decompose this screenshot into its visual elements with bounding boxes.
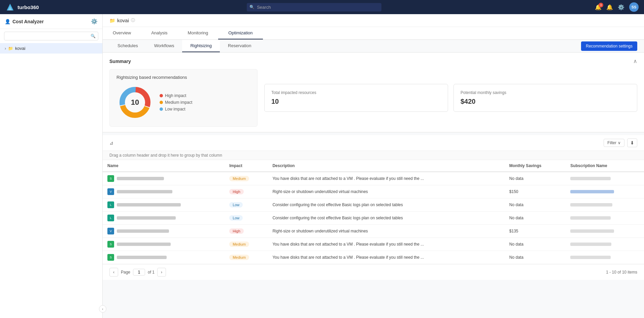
brand-name: turbo360 [18,4,39,10]
notifications-button[interactable]: 🔔 3 [595,4,602,10]
col-name[interactable]: Name [103,160,225,172]
chart-card-inner: Rightsizing based recommendations [116,75,192,121]
primary-tabs: Overview Analysis Monitoring Optimizatio… [103,27,644,40]
table-row: S Medium You have disks that are not att… [103,172,644,185]
tab-reservation[interactable]: Reservation [220,40,259,52]
subscription-bar-2 [570,203,612,206]
subscription-bar-6 [570,256,611,259]
tab-schedules[interactable]: Schedules [109,40,146,52]
tab-monitoring[interactable]: Monitoring [178,27,218,39]
name-bar-0 [117,177,164,180]
subscription-bar-5 [570,243,611,246]
col-impact[interactable]: Impact [225,160,268,172]
sidebar-search-container: 🔍 [4,32,98,40]
search-input[interactable] [247,3,381,11]
name-bar-3 [117,216,176,220]
next-page-button[interactable]: › [157,268,166,277]
sidebar-header: 👤 Cost Analyzer ⚙️ [0,14,102,29]
pagination-controls: ‹ Page of 1 › [109,268,166,277]
description-5: You have disks that are not attached to … [268,238,504,251]
col-subscription[interactable]: Subscription Name [566,160,644,172]
legend-low-label: Low impact [165,107,185,112]
name-bar-1 [117,190,172,193]
savings-3: No data [505,212,566,225]
summary-section: Summary ∧ Rightsizing based recommendati… [103,53,644,132]
name-bar-6 [117,256,167,259]
sidebar-settings-button[interactable]: ⚙️ [91,18,98,25]
export-button[interactable]: ⬇ [627,138,637,147]
resource-icon-3: L [107,215,114,221]
legend-high-dot [160,94,163,97]
sidebar-title-text: Cost Analyzer [12,19,44,24]
name-bar-5 [117,243,171,246]
tab-optimization[interactable]: Optimization [218,27,263,39]
col-savings[interactable]: Monthly Savings [505,160,566,172]
col-description[interactable]: Description [268,160,504,172]
cell-name-5: S [107,241,220,248]
stat-savings-value: $420 [461,98,630,105]
subscription-bar-0 [570,177,611,180]
tab-overview[interactable]: Overview [103,27,141,39]
stat-savings-label: Potential monthly savings [461,90,630,95]
sidebar-collapse-button[interactable]: ‹ [99,305,106,313]
impact-badge-6: Medium [229,255,249,260]
sidebar-search-icon: 🔍 [91,34,96,38]
main-content: Summary ∧ Rightsizing based recommendati… [103,53,644,318]
sidebar-item-kovai[interactable]: › 📁 kovai [0,43,102,54]
page-number-input[interactable] [133,269,145,276]
stat-monthly-savings: Potential monthly savings $420 [453,84,637,112]
impact-badge-2: Low [229,202,243,208]
avatar[interactable]: SS [629,2,639,12]
sidebar-item-label: kovai [15,46,25,51]
stat-cards: Total impacted resources 10 Potential mo… [264,84,637,112]
alerts-button[interactable]: 🔔 [606,4,613,10]
description-0: You have disks that are not attached to … [268,172,504,185]
donut-chart: 10 [116,84,154,121]
pagination-info: 1 - 10 of 10 items [606,270,637,275]
notification-badge: 3 [599,3,603,7]
savings-6: No data [505,251,566,264]
sidebar-title: 👤 Cost Analyzer [5,19,44,24]
impact-badge-3: Low [229,215,243,221]
toolbar-actions: Filter ∨ ⬇ [604,138,637,147]
description-6: You have disks that are not attached to … [268,251,504,264]
sidebar-search-input[interactable] [4,32,98,40]
table-header: Name Impact Description Monthly Savings … [103,160,644,172]
summary-title: Summary [109,59,131,64]
prev-page-button[interactable]: ‹ [109,268,118,277]
resource-icon-5: S [107,241,114,248]
cell-name-3: L [107,215,220,221]
summary-header: Summary ∧ [109,58,637,64]
name-bar-4 [117,229,169,233]
page-folder-icon: 📁 [109,18,115,23]
legend-medium: Medium impact [160,100,192,105]
resource-icon-4: V [107,228,114,234]
impact-badge-0: Medium [229,176,249,181]
chart-legend: High impact Medium impact Low impact [160,93,192,112]
page-label: Page [121,270,130,275]
legend-low-dot [160,107,163,111]
description-1: Right-size or shutdown underutilized vir… [268,185,504,198]
page-title: kovai [117,18,129,23]
recommendation-settings-button[interactable]: Recommendation settings [581,41,637,51]
savings-2: No data [505,198,566,212]
folder-icon: 📁 [8,46,13,51]
donut-center-value: 10 [131,98,139,107]
subscription-bar-4 [570,229,614,233]
subscription-bar-1 [570,190,614,193]
tab-analysis[interactable]: Analysis [141,27,177,39]
cost-analyzer-icon: 👤 [5,19,10,24]
tab-workflows[interactable]: Workflows [146,40,182,52]
legend-low: Low impact [160,107,192,112]
settings-button[interactable]: ⚙️ [618,4,624,10]
summary-collapse-icon[interactable]: ∧ [633,58,637,64]
stat-total-resources: Total impacted resources 10 [264,84,448,112]
resource-icon-6: S [107,254,114,261]
tab-rightsizing[interactable]: Rightsizing [182,40,220,52]
page-of-label: of 1 [148,270,155,275]
chart-title: Rightsizing based recommendations [116,75,192,80]
filter-button[interactable]: Filter ∨ [604,139,624,147]
impact-badge-4: High [229,228,244,234]
pagination: ‹ Page of 1 › 1 - 10 of 10 items [103,264,644,280]
search-container: 🔍 [247,3,381,11]
